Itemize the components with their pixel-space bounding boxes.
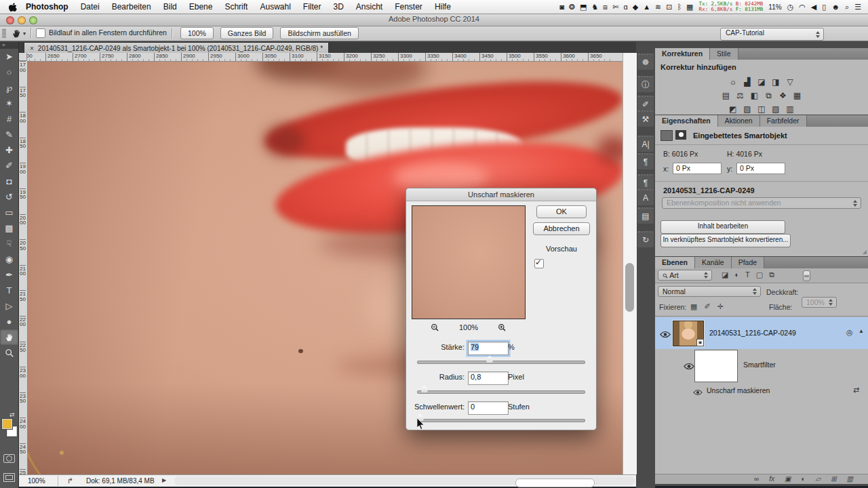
adjustment-icon[interactable]: ☼ [726, 77, 741, 87]
collapse-filters-icon[interactable]: ▲ [859, 328, 864, 334]
tool-button[interactable]: ✒ [0, 267, 18, 283]
panel-tab[interactable]: Aktionen [718, 115, 760, 127]
menu-item[interactable]: Ansicht [350, 2, 389, 12]
timeline-panel-icon[interactable]: ↻ [637, 231, 654, 247]
checkbox-box[interactable] [36, 28, 45, 38]
visibility-eye-icon[interactable] [684, 361, 694, 373]
screen-mode-button[interactable] [3, 473, 15, 482]
layer-thumbnail[interactable]: ▣ [673, 321, 704, 346]
menu-item[interactable]: Bearbeiten [106, 2, 157, 12]
layer-filter-type-icon[interactable]: ⧉ [769, 270, 774, 279]
filter-entry-name[interactable]: Unscharf maskieren [707, 386, 770, 394]
ok-button[interactable]: OK [536, 205, 587, 218]
mask-mode-icon[interactable] [675, 130, 686, 140]
panel-tab[interactable]: Stile [710, 48, 738, 60]
layer-filter-type-icon[interactable]: ◐ [734, 270, 739, 279]
adjustment-icon[interactable]: ◧ [747, 91, 762, 100]
paragraph-styles-panel-icon[interactable]: ¶ [637, 174, 654, 190]
panel-tab[interactable]: Ebenen [655, 257, 695, 268]
radius-slider-thumb[interactable] [420, 386, 429, 392]
document-size-info[interactable]: Dok: 69,1 MB/83,4 MB [86, 477, 155, 485]
tool-button[interactable]: ✐ [0, 158, 18, 174]
options-grip[interactable] [2, 28, 6, 38]
quick-mask-button[interactable] [3, 454, 15, 463]
edit-content-button[interactable]: Inhalt bearbeiten [660, 220, 785, 234]
current-tool-button[interactable]: ▾ [12, 28, 26, 39]
layer-filter-type-icon[interactable]: ▢ [756, 270, 763, 279]
adjustment-icon[interactable]: ▤ [719, 91, 733, 100]
radius-slider[interactable] [417, 390, 585, 394]
layers-footer-icon[interactable]: ◐ [801, 475, 805, 483]
vertical-scrollbar[interactable] [623, 53, 637, 474]
adjustment-icon[interactable]: ◩ [726, 104, 741, 114]
lock-icon[interactable]: ✛ [717, 302, 724, 311]
zoom-level[interactable]: 100% [28, 477, 45, 485]
adjustment-icon[interactable]: ◨ [769, 77, 783, 87]
tool-button[interactable]: ✎ [0, 127, 18, 142]
amount-slider-thumb[interactable] [486, 356, 494, 363]
window-title-bar[interactable]: Adobe Photoshop CC 2014 [0, 14, 868, 26]
character-panel-icon[interactable]: A| [637, 136, 654, 152]
resize-grip-icon[interactable]: ◢ [863, 249, 867, 255]
horizontal-scrollbar-thumb[interactable] [515, 479, 595, 487]
panel-tab[interactable]: Pfade [732, 257, 764, 268]
adjustment-icon[interactable]: ▦ [790, 91, 804, 100]
tool-button[interactable]: # [0, 111, 18, 127]
menu-item[interactable]: Photoshop [20, 2, 75, 12]
status-expand-icon[interactable]: ▶ [162, 477, 166, 483]
lock-icon[interactable]: ✐ [704, 302, 710, 311]
adjustment-icon[interactable]: ▽ [783, 77, 797, 87]
vertical-scrollbar-thumb[interactable] [625, 263, 634, 312]
filter-toggle-switch[interactable] [803, 270, 810, 281]
filter-blend-options-icon[interactable]: ⇄ [853, 386, 859, 394]
menu-item[interactable]: Schrift [218, 2, 254, 12]
menu-item[interactable]: Datei [75, 2, 106, 12]
info-panel-icon[interactable]: ⓘ [637, 76, 654, 92]
menu-item[interactable]: Hilfe [429, 2, 457, 12]
horizontal-scrollbar[interactable] [174, 476, 635, 485]
layer-filter-type-icon[interactable]: ◪ [722, 270, 728, 279]
tool-button[interactable]: ✶ [0, 96, 18, 111]
foreground-color-swatch[interactable] [2, 419, 12, 429]
menu-item[interactable]: Auswahl [254, 2, 296, 12]
adjustment-icon[interactable]: ▧ [769, 104, 783, 114]
adjustment-icon[interactable]: ◫ [755, 104, 769, 114]
layers-footer-icon[interactable]: fx [769, 475, 774, 483]
opacity-select[interactable]: 100% [802, 297, 837, 308]
navigator-panel-icon[interactable]: ☸ [637, 54, 654, 70]
layers-footer-icon[interactable]: ▱ [815, 475, 821, 483]
smartobject-pin-icon[interactable] [660, 130, 673, 141]
brush-presets-panel-icon[interactable]: ✐ [637, 96, 654, 112]
toolbar-collapse-button[interactable]: » [0, 42, 18, 49]
visibility-eye-icon[interactable] [693, 386, 703, 399]
blend-mode-select[interactable]: Normal [658, 286, 761, 297]
tool-button[interactable]: ▩ [0, 220, 18, 236]
adjustment-icon[interactable]: ▥ [783, 104, 797, 114]
smart-filter-row[interactable]: Smartfilter [655, 349, 868, 383]
tool-button[interactable]: ℘ [0, 80, 18, 96]
fit-screen-button[interactable]: Ganzes Bild [220, 27, 274, 39]
lock-icon[interactable]: ▦ [690, 302, 697, 311]
zoom-tool[interactable] [0, 345, 18, 361]
paragraph-panel-icon[interactable]: ¶ [637, 153, 654, 169]
dialog-title-bar[interactable]: Unscharf maskieren [406, 188, 596, 201]
tool-button[interactable]: T [0, 283, 18, 298]
filter-preview[interactable] [412, 205, 526, 319]
layers-footer-icon[interactable]: ▣ [785, 475, 791, 483]
layers-footer-icon[interactable]: ▥ [847, 475, 853, 483]
scroll-all-windows-checkbox[interactable]: Bildlauf in allen Fenstern durchführen [36, 28, 167, 38]
panel-tab[interactable]: Kanäle [695, 257, 732, 268]
notes-panel-icon[interactable]: ▤ [637, 207, 654, 224]
tool-button[interactable]: ▷ [0, 298, 18, 314]
adjustment-icon[interactable]: ▟ [741, 77, 755, 87]
radius-field[interactable]: 0,8 [468, 371, 509, 385]
adjustment-icon[interactable]: ❖ [776, 91, 790, 100]
zoom-100-button[interactable]: 100% [180, 27, 214, 39]
filter-entry-row[interactable]: Unscharf maskieren ⇄ [655, 385, 868, 397]
tool-button[interactable]: ▭ [0, 205, 18, 220]
menu-item[interactable]: Filter [297, 2, 328, 12]
tool-button[interactable]: ☟ [0, 236, 18, 251]
x-position-field[interactable]: 0 Px [673, 163, 722, 174]
close-tab-icon[interactable]: × [30, 45, 34, 52]
amount-slider[interactable] [417, 361, 585, 364]
